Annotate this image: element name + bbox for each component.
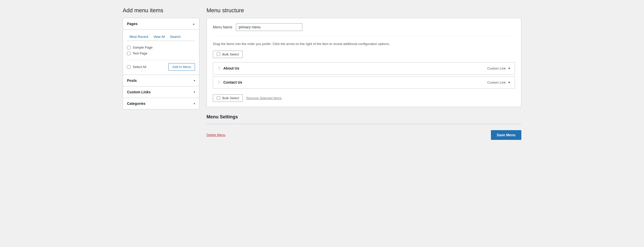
accordion-box: Pages ▲ Most Recent View All Search Samp… bbox=[123, 18, 199, 109]
menu-structure-box: Menu Name Drag the items into the order … bbox=[206, 18, 521, 107]
accordion-header-categories[interactable]: Categories ▾ bbox=[123, 98, 199, 109]
drag-hint: Drag the items into the order you prefer… bbox=[213, 41, 515, 47]
accordion-content-pages: Most Recent View All Search Sample Page … bbox=[123, 30, 199, 75]
drag-handle-about-us[interactable]: ⠿ bbox=[218, 66, 220, 71]
menu-item-type-about-us: Custom Link bbox=[487, 66, 506, 70]
accordion-label-custom-links: Custom Links bbox=[127, 90, 151, 94]
menu-item-name-about-us: About Us bbox=[223, 66, 239, 70]
save-menu-button[interactable]: Save Menu bbox=[491, 130, 521, 140]
menu-item-left-about-us: ⠿ About Us bbox=[218, 66, 239, 71]
bulk-select-top-label: Bulk Select bbox=[222, 52, 239, 56]
page-layout: Add menu items Pages ▲ Most Recent View … bbox=[123, 7, 521, 140]
bulk-select-bottom-button[interactable]: Bulk Select bbox=[213, 94, 243, 102]
add-menu-items-title: Add menu items bbox=[123, 7, 199, 14]
accordion-label-categories: Categories bbox=[127, 102, 145, 106]
footer-bar: Delete Menu Save Menu bbox=[206, 129, 521, 140]
tab-view-all[interactable]: View All bbox=[151, 33, 167, 41]
bulk-select-top-button[interactable]: Bulk Select bbox=[213, 51, 243, 58]
page-label-sample-page: Sample Page bbox=[133, 46, 153, 49]
list-item-sample-page: Sample Page bbox=[127, 44, 195, 50]
accordion-item-custom-links: Custom Links ▾ bbox=[123, 86, 199, 98]
table-row: ⠿ About Us Custom Link ▾ bbox=[213, 62, 515, 75]
accordion-item-categories: Categories ▾ bbox=[123, 98, 199, 109]
select-all-label[interactable]: Select All bbox=[127, 65, 146, 69]
menu-name-row: Menu Name bbox=[213, 23, 515, 36]
menu-settings-section: Menu Settings Delete Menu Save Menu bbox=[206, 114, 521, 140]
right-panel: Menu structure Menu Name Drag the items … bbox=[206, 7, 521, 140]
menu-settings-title: Menu Settings bbox=[206, 114, 521, 120]
bulk-select-bottom-checkbox[interactable] bbox=[217, 96, 220, 100]
bulk-select-bottom-label: Bulk Select bbox=[222, 96, 239, 100]
checkbox-test-page[interactable] bbox=[127, 52, 131, 55]
accordion-header-posts[interactable]: Posts ▾ bbox=[123, 75, 199, 86]
tab-search[interactable]: Search bbox=[167, 33, 183, 41]
accordion-footer-pages: Select All Add to Menu bbox=[127, 60, 195, 71]
accordion-label-posts: Posts bbox=[127, 78, 137, 83]
checkbox-sample-page[interactable] bbox=[127, 46, 131, 49]
delete-menu-button[interactable]: Delete Menu bbox=[206, 133, 225, 137]
select-all-text: Select All bbox=[133, 65, 146, 69]
bulk-select-bottom-row: Bulk Select Remove Selected Items bbox=[213, 94, 515, 102]
accordion-arrow-pages: ▲ bbox=[192, 23, 195, 25]
menu-name-input[interactable] bbox=[236, 23, 302, 31]
page-label-test-page: Test Page bbox=[133, 51, 147, 55]
menu-item-right-contact-us: Custom Link ▾ bbox=[487, 80, 510, 84]
accordion-arrow-custom-links: ▾ bbox=[194, 91, 195, 94]
pages-list: Sample Page Test Page bbox=[127, 44, 195, 56]
table-row: ⠿ Contact Us Custom Link ▾ bbox=[213, 76, 515, 89]
chevron-down-icon-contact-us[interactable]: ▾ bbox=[508, 80, 510, 84]
pages-tab-nav: Most Recent View All Search bbox=[127, 33, 195, 41]
accordion-item-posts: Posts ▾ bbox=[123, 75, 199, 86]
bulk-select-top-row: Bulk Select bbox=[213, 51, 515, 58]
accordion-header-custom-links[interactable]: Custom Links ▾ bbox=[123, 86, 199, 98]
accordion-label-pages: Pages bbox=[127, 22, 137, 26]
drag-handle-contact-us[interactable]: ⠿ bbox=[218, 80, 220, 85]
menu-name-label: Menu Name bbox=[213, 25, 232, 29]
accordion-arrow-categories: ▾ bbox=[194, 102, 195, 105]
checkbox-select-all[interactable] bbox=[127, 65, 131, 69]
left-panel: Add menu items Pages ▲ Most Recent View … bbox=[123, 7, 199, 140]
menu-item-type-contact-us: Custom Link bbox=[487, 81, 506, 84]
add-to-menu-button[interactable]: Add to Menu bbox=[168, 63, 195, 71]
menu-item-name-contact-us: Contact Us bbox=[223, 80, 242, 84]
chevron-down-icon-about-us[interactable]: ▾ bbox=[508, 66, 510, 70]
accordion-arrow-posts: ▾ bbox=[194, 79, 195, 82]
menu-structure-title: Menu structure bbox=[206, 7, 521, 14]
bulk-select-top-checkbox[interactable] bbox=[217, 52, 220, 56]
menu-item-right-about-us: Custom Link ▾ bbox=[487, 66, 510, 70]
menu-items-list: ⠿ About Us Custom Link ▾ ⠿ Contact Us Cu… bbox=[213, 62, 515, 90]
list-item-test-page: Test Page bbox=[127, 50, 195, 56]
accordion-item-pages: Pages ▲ Most Recent View All Search Samp… bbox=[123, 18, 199, 75]
settings-divider bbox=[206, 124, 521, 124]
menu-item-left-contact-us: ⠿ Contact Us bbox=[218, 80, 242, 85]
tab-most-recent[interactable]: Most Recent bbox=[127, 33, 151, 41]
remove-selected-button[interactable]: Remove Selected Items bbox=[246, 96, 282, 100]
accordion-header-pages[interactable]: Pages ▲ bbox=[123, 18, 199, 30]
